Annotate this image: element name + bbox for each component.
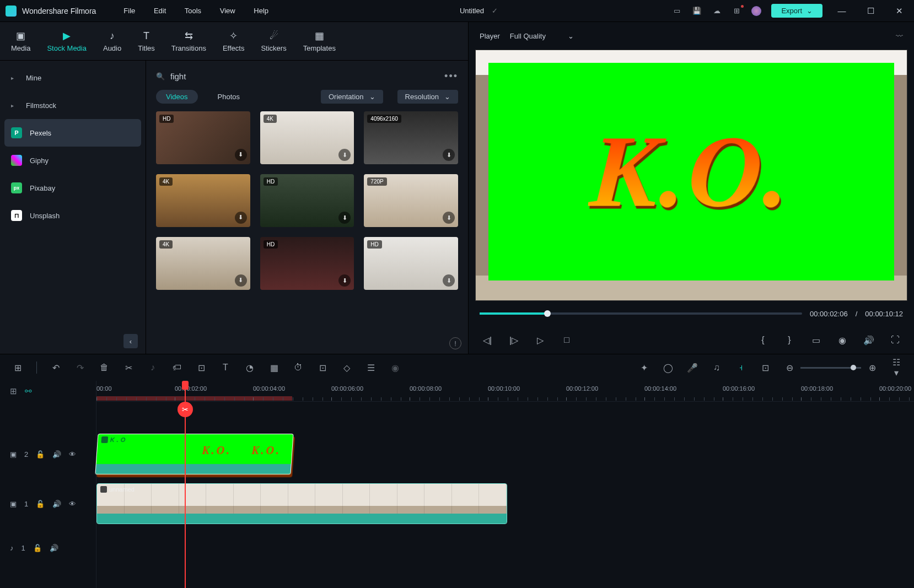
menu-file[interactable]: File <box>123 7 135 15</box>
download-icon[interactable]: ⬇ <box>338 149 351 161</box>
minimize-button[interactable]: — <box>832 6 851 15</box>
link-toggle-icon[interactable]: ⚯ <box>25 386 32 396</box>
mixer-icon[interactable]: ♫ <box>711 363 722 373</box>
display-button[interactable]: ▭ <box>810 335 821 346</box>
timeline-ruler[interactable]: 00:0000:00:02:0000:00:04:0000:00:06:0000… <box>96 381 914 402</box>
export-button[interactable]: Export ⌄ <box>771 4 822 18</box>
menu-view[interactable]: View <box>220 7 235 15</box>
lock-icon[interactable]: 🔓 <box>36 450 45 458</box>
scope-icon[interactable]: 〰 <box>896 32 903 40</box>
info-button[interactable]: ! <box>449 337 461 349</box>
menu-edit[interactable]: Edit <box>154 7 166 15</box>
voiceover-icon[interactable]: 🎤 <box>687 363 698 373</box>
download-icon[interactable]: ⬇ <box>443 274 455 287</box>
eye-icon[interactable]: 👁 <box>69 450 76 458</box>
mark-out-button[interactable]: } <box>784 335 795 345</box>
source-filmstock[interactable]: ▸Filmstock <box>0 91 146 119</box>
zoom-out-button[interactable]: ⊖ <box>784 363 795 373</box>
tag-icon[interactable]: 🏷 <box>171 363 182 373</box>
keyframe-icon[interactable]: ◇ <box>341 363 352 373</box>
eye-icon[interactable]: 👁 <box>69 500 76 508</box>
source-giphy[interactable]: Giphy <box>0 147 146 174</box>
render-icon[interactable]: ✦ <box>638 363 649 373</box>
delete-button[interactable]: 🗑 <box>99 363 110 373</box>
marker-icon[interactable]: ◯ <box>663 363 674 373</box>
tab-stickers[interactable]: ☄Stickers <box>261 30 286 52</box>
save-icon[interactable]: 💾 <box>692 6 702 16</box>
menu-help[interactable]: Help <box>254 7 268 15</box>
zoom-in-button[interactable]: ⊕ <box>867 363 878 373</box>
media-thumb[interactable]: HD⬇ <box>260 237 354 290</box>
more-options-button[interactable]: ••• <box>444 71 458 82</box>
tab-titles[interactable]: TTitles <box>138 30 155 52</box>
clip-ko[interactable]: K.O K.O. K.O. <box>95 434 293 474</box>
stop-button[interactable]: □ <box>561 335 572 345</box>
clip-unnamed[interactable]: unnamed <box>96 483 507 524</box>
media-thumb[interactable]: 720P⬇ <box>364 174 458 227</box>
cloud-icon[interactable]: ☁ <box>712 6 722 16</box>
tab-audio[interactable]: ♪Audio <box>103 30 121 52</box>
download-icon[interactable]: ⬇ <box>235 149 247 161</box>
split-button[interactable]: ✂ <box>123 363 134 373</box>
crop-icon[interactable]: ⊡ <box>196 363 207 373</box>
timer-icon[interactable]: ⏱ <box>293 363 304 373</box>
prev-frame-button[interactable]: ◁| <box>482 335 493 346</box>
download-icon[interactable]: ⬇ <box>338 212 351 224</box>
download-icon[interactable]: ⬇ <box>235 212 247 224</box>
link-icon[interactable]: ⊡ <box>760 363 771 373</box>
source-unsplash[interactable]: ⊓Unsplash <box>0 202 146 229</box>
music-beat-icon[interactable]: ♪ <box>147 363 158 373</box>
redo-button[interactable]: ↷ <box>74 363 85 373</box>
mute-icon[interactable]: 🔊 <box>52 450 61 458</box>
speed-icon[interactable]: ◔ <box>244 363 255 373</box>
tab-stock-media[interactable]: ▶Stock Media <box>47 30 87 52</box>
menu-tools[interactable]: Tools <box>185 7 201 15</box>
undo-button[interactable]: ↶ <box>50 363 61 373</box>
color-icon[interactable]: ▦ <box>268 363 279 373</box>
mute-icon[interactable]: 🔊 <box>50 544 58 552</box>
track-header-v2[interactable]: ▣2 🔓 🔊 👁 <box>0 429 96 479</box>
media-thumb[interactable]: 4096x2160⬇ <box>364 111 458 164</box>
download-icon[interactable]: ⬇ <box>338 274 351 287</box>
preview-viewport[interactable]: K.O. <box>475 50 907 301</box>
mark-in-button[interactable]: { <box>757 335 768 345</box>
media-thumb[interactable]: 4K⬇ <box>156 174 250 227</box>
media-thumb[interactable]: HD⬇ <box>156 111 250 164</box>
scissors-icon[interactable]: ✂ <box>178 402 193 417</box>
media-thumb[interactable]: 4K⬇ <box>156 237 250 290</box>
text-icon[interactable]: T <box>220 363 231 373</box>
track-header-a1[interactable]: ♪1 🔓 🔊 <box>0 528 96 567</box>
filter-photos[interactable]: Photos <box>208 90 250 104</box>
tab-effects[interactable]: ✧Effects <box>223 30 245 52</box>
volume-button[interactable]: 🔊 <box>863 335 874 346</box>
fullscreen-button[interactable]: ⛶ <box>890 335 901 345</box>
source-pexels[interactable]: PPexels <box>4 119 141 147</box>
orientation-select[interactable]: Orientation⌄ <box>321 90 383 104</box>
apps-icon[interactable]: ⊞ <box>732 6 741 16</box>
snapshot-button[interactable]: ◉ <box>837 335 848 346</box>
tab-transitions[interactable]: ⇆Transitions <box>171 30 206 52</box>
download-icon[interactable]: ⬇ <box>235 274 247 287</box>
media-thumb[interactable]: 4K⬇ <box>260 111 354 164</box>
source-pixabay[interactable]: pxPixabay <box>0 174 146 202</box>
avatar-icon[interactable] <box>751 6 761 16</box>
media-thumb[interactable]: HD⬇ <box>364 237 458 290</box>
zoom-slider[interactable] <box>800 367 861 369</box>
adjust-icon[interactable]: ☰ <box>365 363 377 373</box>
next-frame-button[interactable]: |▷ <box>508 335 519 346</box>
arrange-icon[interactable]: ⊞ <box>12 363 23 373</box>
collapse-sidebar-button[interactable]: ‹ <box>123 334 138 348</box>
view-options-icon[interactable]: ☷ ▾ <box>891 357 902 378</box>
search-input[interactable] <box>170 72 281 81</box>
record-icon[interactable]: ◉ <box>390 363 401 373</box>
filter-videos[interactable]: Videos <box>156 90 198 104</box>
track-header-v1[interactable]: ▣1 🔓 🔊 👁 <box>0 479 96 528</box>
lock-icon[interactable]: 🔓 <box>36 500 45 508</box>
quality-select[interactable]: Full Quality⌄ <box>510 32 574 40</box>
detect-icon[interactable]: ⊡ <box>317 363 328 373</box>
seek-slider[interactable] <box>480 312 802 315</box>
magnetic-icon[interactable]: ⫞ <box>735 363 746 373</box>
add-track-icon[interactable]: ⊞ <box>10 386 17 396</box>
download-icon[interactable]: ⬇ <box>443 149 455 161</box>
tab-templates[interactable]: ▦Templates <box>303 30 336 52</box>
